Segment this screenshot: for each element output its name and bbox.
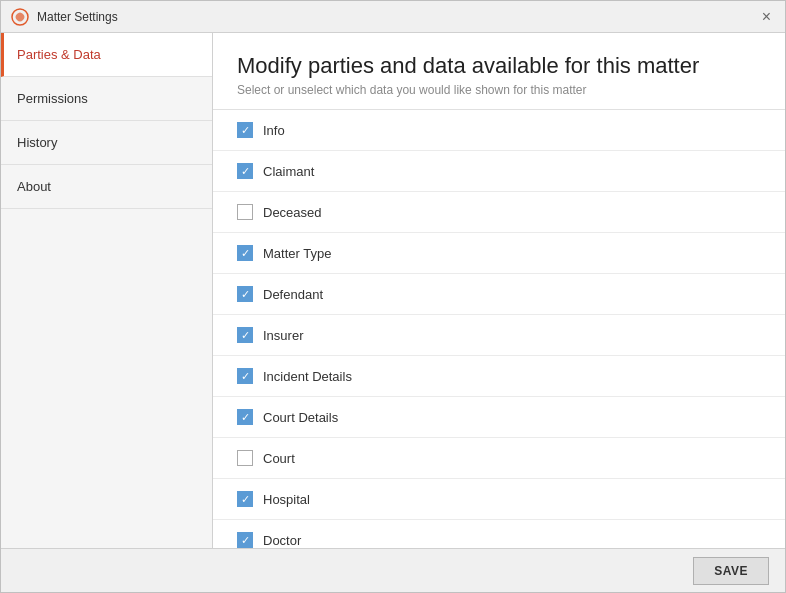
label-hospital: Hospital bbox=[263, 492, 310, 507]
main-header: Modify parties and data available for th… bbox=[213, 33, 785, 110]
checkbox-incident-details[interactable] bbox=[237, 368, 253, 384]
sidebar-item-parties-data[interactable]: Parties & Data bbox=[1, 33, 212, 77]
app-logo-icon bbox=[11, 8, 29, 26]
close-button[interactable]: × bbox=[758, 7, 775, 27]
list-item-claimant: Claimant bbox=[213, 151, 785, 192]
items-list: InfoClaimantDeceasedMatter TypeDefendant… bbox=[213, 110, 785, 548]
checkbox-court-details[interactable] bbox=[237, 409, 253, 425]
sidebar: Parties & DataPermissionsHistoryAbout bbox=[1, 33, 213, 548]
label-claimant: Claimant bbox=[263, 164, 314, 179]
window-body: Parties & DataPermissionsHistoryAbout Mo… bbox=[1, 33, 785, 548]
label-doctor: Doctor bbox=[263, 533, 301, 548]
matter-settings-window: Matter Settings × Parties & DataPermissi… bbox=[0, 0, 786, 593]
checkbox-court[interactable] bbox=[237, 450, 253, 466]
label-court-details: Court Details bbox=[263, 410, 338, 425]
checkbox-defendant[interactable] bbox=[237, 286, 253, 302]
list-item-doctor: Doctor bbox=[213, 520, 785, 548]
sidebar-item-permissions[interactable]: Permissions bbox=[1, 77, 212, 121]
list-item-matter-type: Matter Type bbox=[213, 233, 785, 274]
main-subtitle: Select or unselect which data you would … bbox=[237, 83, 761, 97]
label-matter-type: Matter Type bbox=[263, 246, 331, 261]
checkbox-insurer[interactable] bbox=[237, 327, 253, 343]
list-item-info: Info bbox=[213, 110, 785, 151]
save-button[interactable]: SAVE bbox=[693, 557, 769, 585]
title-bar: Matter Settings × bbox=[1, 1, 785, 33]
label-deceased: Deceased bbox=[263, 205, 322, 220]
label-defendant: Defendant bbox=[263, 287, 323, 302]
list-item-court: Court bbox=[213, 438, 785, 479]
checkbox-deceased[interactable] bbox=[237, 204, 253, 220]
list-item-deceased: Deceased bbox=[213, 192, 785, 233]
main-title: Modify parties and data available for th… bbox=[237, 53, 761, 79]
checkbox-matter-type[interactable] bbox=[237, 245, 253, 261]
main-content: Modify parties and data available for th… bbox=[213, 33, 785, 548]
label-info: Info bbox=[263, 123, 285, 138]
sidebar-item-about[interactable]: About bbox=[1, 165, 212, 209]
list-item-court-details: Court Details bbox=[213, 397, 785, 438]
checkbox-claimant[interactable] bbox=[237, 163, 253, 179]
footer: SAVE bbox=[1, 548, 785, 592]
list-item-insurer: Insurer bbox=[213, 315, 785, 356]
title-bar-left: Matter Settings bbox=[11, 8, 118, 26]
checkbox-info[interactable] bbox=[237, 122, 253, 138]
sidebar-item-history[interactable]: History bbox=[1, 121, 212, 165]
checkbox-hospital[interactable] bbox=[237, 491, 253, 507]
label-incident-details: Incident Details bbox=[263, 369, 352, 384]
list-item-hospital: Hospital bbox=[213, 479, 785, 520]
list-item-defendant: Defendant bbox=[213, 274, 785, 315]
checkbox-doctor[interactable] bbox=[237, 532, 253, 548]
window-title: Matter Settings bbox=[37, 10, 118, 24]
label-court: Court bbox=[263, 451, 295, 466]
label-insurer: Insurer bbox=[263, 328, 303, 343]
list-item-incident-details: Incident Details bbox=[213, 356, 785, 397]
